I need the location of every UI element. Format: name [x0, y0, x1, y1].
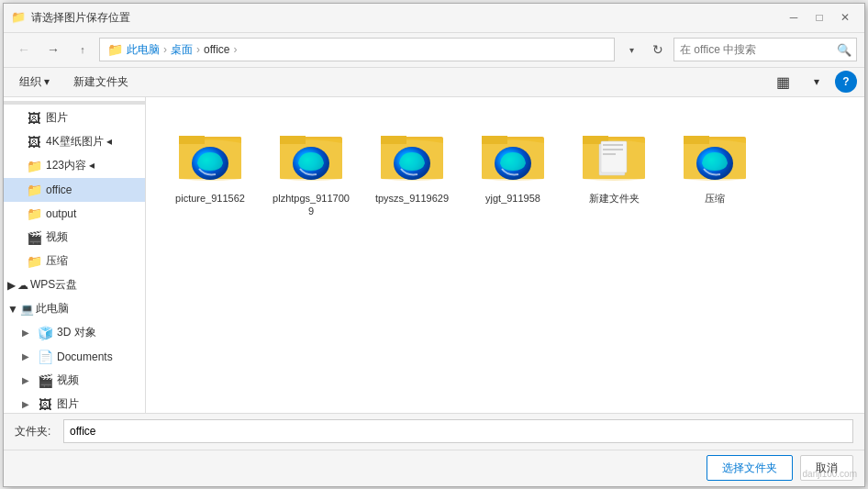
sidebar-label-pictures: 图片	[46, 110, 68, 126]
documents-icon: 📄	[37, 350, 53, 364]
edge-icon-3	[392, 143, 432, 183]
up-button[interactable]: ↑	[70, 38, 95, 61]
file-icon-container-2	[278, 122, 344, 188]
sidebar-label-mypc: 此电脑	[36, 301, 69, 317]
filename-bar: 文件夹:	[4, 413, 864, 450]
view-button[interactable]: ▦	[768, 71, 798, 93]
file-item-yasuo[interactable]: 压缩	[669, 116, 761, 225]
sidebar-label-4k: 4K壁纸图片 ◂	[46, 134, 112, 150]
wps-icon: ☁	[17, 279, 28, 292]
file-label-5: 新建文件夹	[589, 192, 640, 205]
output-icon: 📁	[26, 206, 42, 221]
close-button[interactable]: ✕	[833, 8, 857, 27]
file-item-picture-911562[interactable]: picture_911562	[164, 116, 256, 225]
forward-button[interactable]: →	[40, 38, 66, 61]
sidebar-item-videos[interactable]: 🎬 视频	[4, 226, 145, 250]
svg-rect-23	[603, 149, 623, 150]
file-icon-container-4	[480, 122, 546, 188]
sidebar: 🖼 图片 🖼 4K壁纸图片 ◂ 📁 123内容 ◂ 📁 office 📁	[4, 97, 146, 413]
sidebar-label-123: 123内容 ◂	[46, 158, 95, 173]
expand-icon-videos2: ▶	[22, 375, 33, 385]
pictures2-icon: 🖼	[37, 397, 53, 412]
pictures-icon: 🖼	[26, 111, 42, 126]
breadcrumb-sep-3: ›	[233, 43, 237, 56]
breadcrumb-desktop[interactable]: 桌面	[171, 42, 193, 58]
breadcrumb-sep-2: ›	[196, 43, 200, 56]
dropdown-button[interactable]: ▾	[618, 38, 644, 61]
sidebar-label-3d: 3D 对象	[57, 325, 96, 340]
file-area: picture_911562	[146, 97, 864, 413]
sidebar-item-pictures2[interactable]: ▶ 🖼 图片	[4, 393, 145, 413]
sidebar-wps-section[interactable]: ▶ ☁ WPS云盘	[4, 273, 145, 297]
navigation-toolbar: ← → ↑ 📁 此电脑 › 桌面 › office › ▾ ↻ 🔍	[4, 33, 864, 68]
compressed-icon: 📁	[26, 254, 42, 269]
edge-icon-4	[493, 143, 533, 183]
sidebar-item-compressed[interactable]: 📁 压缩	[4, 250, 145, 273]
edge-icon-6	[695, 143, 735, 183]
breadcrumb-controls: ▾ ↻	[618, 38, 670, 61]
sidebar-item-3d[interactable]: ▶ 🧊 3D 对象	[4, 321, 145, 345]
file-label-3: tpyszs_9119629	[375, 192, 449, 205]
breadcrumb-current: office	[204, 43, 229, 56]
sidebar-item-videos2[interactable]: ▶ 🎬 视频	[4, 369, 145, 393]
sidebar-label-videos: 视频	[46, 229, 68, 245]
filename-input[interactable]	[63, 419, 853, 443]
file-label-2: plzhtpgs_9117009	[272, 192, 351, 218]
edge-icon-1	[190, 143, 230, 183]
search-icon[interactable]: 🔍	[832, 39, 856, 61]
sidebar-label-documents: Documents	[57, 350, 113, 363]
main-content: 🖼 图片 🖼 4K壁纸图片 ◂ 📁 123内容 ◂ 📁 office 📁	[4, 97, 864, 413]
confirm-button[interactable]: 选择文件夹	[707, 455, 793, 481]
maximize-button[interactable]: □	[807, 8, 831, 27]
sidebar-label-pictures2: 图片	[57, 396, 79, 412]
expand-icon-docs: ▶	[22, 351, 33, 361]
breadcrumb-sep-1: ›	[163, 43, 167, 56]
3d-icon: 🧊	[37, 326, 53, 340]
svg-rect-24	[603, 153, 616, 155]
file-item-tpyszs[interactable]: tpyszs_9119629	[366, 116, 458, 225]
sidebar-label-compressed: 压缩	[46, 253, 68, 269]
organize-button[interactable]: 组织 ▾	[11, 71, 58, 93]
search-input[interactable]	[674, 43, 832, 56]
sidebar-label-videos2: 视频	[57, 372, 79, 388]
new-folder-button[interactable]: 新建文件夹	[65, 71, 137, 93]
view-dropdown-button[interactable]: ▾	[806, 71, 828, 93]
action-bar: 选择文件夹 取消	[4, 450, 864, 486]
breadcrumb-folder-icon: 📁	[107, 42, 123, 57]
refresh-button[interactable]: ↻	[646, 38, 670, 61]
dialog: 📁 请选择图片保存位置 ─ □ ✕ ← → ↑ 📁 此电脑 › 桌面 › off…	[3, 3, 865, 487]
file-icon-container-3	[379, 122, 445, 188]
cancel-button[interactable]: 取消	[800, 455, 853, 481]
mypc-expand-icon: ▼	[7, 303, 18, 316]
folder-svg-5	[583, 129, 645, 181]
minimize-button[interactable]: ─	[782, 8, 806, 27]
expand-icon-pics2: ▶	[22, 399, 33, 409]
svg-rect-21	[601, 141, 627, 172]
sidebar-item-output[interactable]: 📁 output	[4, 202, 145, 226]
sidebar-mypc-section[interactable]: ▼ 💻 此电脑	[4, 297, 145, 321]
sidebar-item-office[interactable]: 📁 office	[4, 178, 145, 202]
title-bar: 📁 请选择图片保存位置 ─ □ ✕	[4, 4, 864, 33]
sidebar-label-office: office	[46, 183, 72, 196]
breadcrumb-pc[interactable]: 此电脑	[127, 42, 160, 58]
file-icon-container-1	[177, 122, 243, 188]
back-button[interactable]: ←	[11, 38, 37, 61]
sidebar-label-wps: WPS云盘	[30, 277, 77, 293]
svg-rect-22	[603, 144, 623, 146]
123-icon: 📁	[26, 159, 42, 173]
wps-expand-icon: ▶	[7, 279, 16, 292]
sidebar-item-documents[interactable]: ▶ 📄 Documents	[4, 345, 145, 369]
videos2-icon: 🎬	[37, 373, 53, 388]
filename-label: 文件夹:	[15, 424, 56, 439]
4k-icon: 🖼	[26, 135, 42, 150]
sidebar-item-123[interactable]: 📁 123内容 ◂	[4, 154, 145, 178]
file-icon-container-6	[682, 122, 748, 188]
sidebar-item-pictures[interactable]: 🖼 图片	[4, 106, 145, 130]
file-item-new-folder[interactable]: 新建文件夹	[568, 116, 660, 225]
help-button[interactable]: ?	[835, 71, 857, 93]
sidebar-item-4k[interactable]: 🖼 4K壁纸图片 ◂	[4, 130, 145, 154]
title-bar-left: 📁 请选择图片保存位置	[11, 10, 130, 26]
file-item-plzhtpgs[interactable]: plzhtpgs_9117009	[265, 116, 357, 225]
file-item-yjgt[interactable]: yjgt_911958	[467, 116, 559, 225]
search-box: 🔍	[673, 38, 857, 61]
